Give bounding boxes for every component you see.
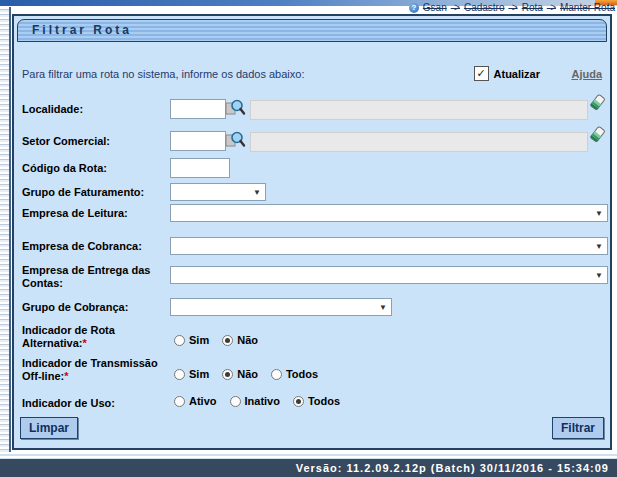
limpar-button[interactable]: Limpar bbox=[20, 417, 78, 439]
label-text: Indicador de Transmissão Off-line: bbox=[22, 357, 158, 382]
grupo-cobranca-label: Grupo de Cobrança: bbox=[22, 301, 162, 314]
atualizar-label: Atualizar bbox=[494, 68, 540, 80]
indicador-uso-label: Indicador de Uso: bbox=[22, 397, 162, 410]
breadcrumb-link-cadastro[interactable]: Cadastro bbox=[464, 2, 505, 13]
search-icon bbox=[224, 138, 246, 153]
required-asterisk: * bbox=[83, 337, 87, 349]
page-title: Filtrar Rota bbox=[18, 20, 606, 41]
empresa-cobranca-label: Empresa de Cobranca: bbox=[22, 240, 162, 253]
radio-option-ativo[interactable]: Ativo bbox=[174, 395, 217, 407]
chevron-down-icon: ▼ bbox=[595, 271, 603, 280]
indicador-transmissao-radio-group: Sim Não Todos bbox=[174, 368, 318, 380]
codigo-rota-input[interactable] bbox=[170, 158, 230, 178]
empresa-entrega-label: Empresa de Entrega das Contas: bbox=[22, 264, 162, 290]
breadcrumb-link-manter-rota[interactable]: Manter Rota bbox=[560, 2, 615, 13]
atualizar-checkbox[interactable]: ✓ bbox=[474, 66, 489, 81]
empresa-leitura-select[interactable]: ▼ bbox=[170, 204, 608, 222]
radio-option-sim[interactable]: Sim bbox=[174, 334, 209, 346]
atualizar-checkbox-group[interactable]: ✓ Atualizar bbox=[474, 66, 540, 81]
radio-label: Ativo bbox=[189, 395, 217, 407]
ajuda-link[interactable]: Ajuda bbox=[571, 68, 602, 80]
localidade-clear-button[interactable] bbox=[588, 94, 606, 113]
label-text: Indicador de Rota Alternativa: bbox=[22, 324, 115, 349]
radio-button[interactable] bbox=[174, 369, 185, 380]
codigo-rota-label: Código da Rota: bbox=[22, 162, 162, 175]
radio-option-sim[interactable]: Sim bbox=[174, 368, 209, 380]
radio-button[interactable] bbox=[222, 369, 233, 380]
required-asterisk: * bbox=[64, 370, 68, 382]
radio-button[interactable] bbox=[174, 396, 185, 407]
eraser-icon bbox=[588, 101, 606, 116]
filtrar-button[interactable]: Filtrar bbox=[552, 417, 604, 439]
breadcrumb-link-rota[interactable]: Rota bbox=[522, 2, 543, 13]
version-text: Versão: 11.2.09.2.12p (Batch) 30/11/2016… bbox=[296, 462, 609, 474]
search-icon bbox=[224, 106, 246, 121]
left-menu-edge bbox=[0, 7, 11, 455]
filter-panel: Filtrar Rota Para filtrar uma rota no si… bbox=[12, 14, 612, 450]
setor-comercial-search-button[interactable] bbox=[224, 130, 246, 150]
radio-option-todos[interactable]: Todos bbox=[271, 368, 318, 380]
breadcrumb-separator: -> bbox=[547, 2, 556, 13]
indicador-rota-alternativa-label: Indicador de Rota Alternativa:* bbox=[22, 324, 162, 350]
localidade-name-field bbox=[250, 100, 588, 120]
empresa-leitura-label: Empresa de Leitura: bbox=[22, 207, 162, 220]
radio-option-nao[interactable]: Não bbox=[222, 334, 258, 346]
indicador-transmissao-label: Indicador de Transmissão Off-line:* bbox=[22, 357, 162, 383]
localidade-search-button[interactable] bbox=[224, 98, 246, 118]
indicador-rota-alternativa-radio-group: Sim Não bbox=[174, 334, 258, 346]
radio-button[interactable] bbox=[174, 335, 185, 346]
chevron-down-icon: ▼ bbox=[253, 188, 261, 197]
radio-label: Sim bbox=[189, 334, 209, 346]
radio-label: Inativo bbox=[245, 395, 280, 407]
radio-label: Todos bbox=[286, 368, 318, 380]
chevron-down-icon: ▼ bbox=[379, 303, 387, 312]
breadcrumb: ? Gsan -> Cadastro -> Rota -> Manter Rot… bbox=[409, 2, 615, 13]
intro-text: Para filtrar uma rota no sistema, inform… bbox=[22, 68, 304, 80]
grupo-faturamento-select[interactable]: ▼ bbox=[170, 183, 266, 201]
page: ? Gsan -> Cadastro -> Rota -> Manter Rot… bbox=[0, 0, 617, 477]
radio-label: Sim bbox=[189, 368, 209, 380]
radio-label: Todos bbox=[308, 395, 340, 407]
radio-option-nao[interactable]: Não bbox=[222, 368, 258, 380]
chevron-down-icon: ▼ bbox=[595, 209, 603, 218]
setor-comercial-clear-button[interactable] bbox=[588, 126, 606, 145]
help-icon[interactable]: ? bbox=[409, 3, 419, 13]
localidade-code-input[interactable] bbox=[170, 99, 226, 119]
panel-header: Filtrar Rota bbox=[17, 19, 607, 42]
footer-stripes bbox=[0, 452, 617, 459]
setor-comercial-code-input[interactable] bbox=[170, 131, 226, 151]
grupo-cobranca-select[interactable]: ▼ bbox=[170, 298, 392, 316]
eraser-icon bbox=[588, 133, 606, 148]
breadcrumb-separator: -> bbox=[451, 2, 460, 13]
grupo-faturamento-label: Grupo de Faturamento: bbox=[22, 186, 162, 199]
localidade-label: Localidade: bbox=[22, 103, 162, 116]
footer-version-bar: Versão: 11.2.09.2.12p (Batch) 30/11/2016… bbox=[0, 459, 617, 477]
radio-label: Não bbox=[237, 368, 258, 380]
empresa-cobranca-select[interactable]: ▼ bbox=[170, 237, 608, 255]
radio-button[interactable] bbox=[293, 396, 304, 407]
radio-button[interactable] bbox=[230, 396, 241, 407]
indicador-uso-radio-group: Ativo Inativo Todos bbox=[174, 395, 340, 407]
setor-comercial-label: Setor Comercial: bbox=[22, 135, 162, 148]
breadcrumb-link-gsan[interactable]: Gsan bbox=[423, 2, 447, 13]
radio-label: Não bbox=[237, 334, 258, 346]
breadcrumb-separator: -> bbox=[509, 2, 518, 13]
empresa-entrega-select[interactable]: ▼ bbox=[170, 266, 608, 284]
radio-option-inativo[interactable]: Inativo bbox=[230, 395, 280, 407]
setor-comercial-name-field bbox=[250, 132, 588, 152]
radio-button[interactable] bbox=[222, 335, 233, 346]
chevron-down-icon: ▼ bbox=[595, 242, 603, 251]
radio-option-todos[interactable]: Todos bbox=[293, 395, 340, 407]
radio-button[interactable] bbox=[271, 369, 282, 380]
